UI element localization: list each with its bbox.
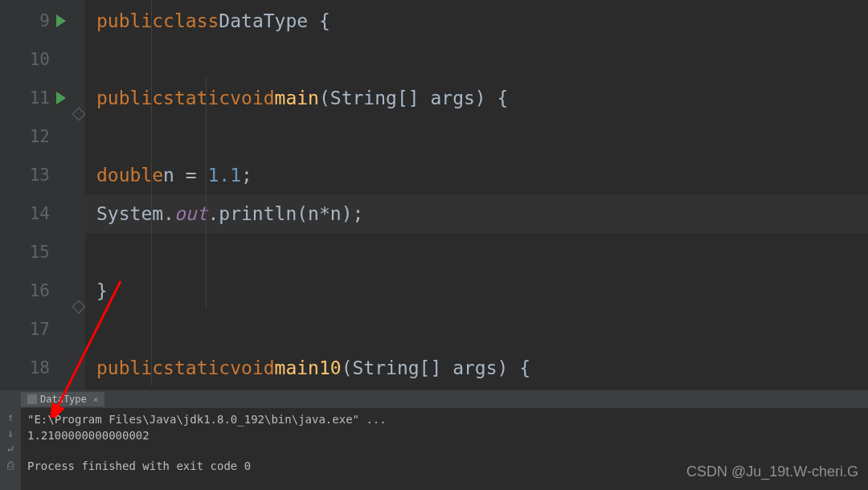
console-toolbar: ↑ ↓ ⤶ ⎙ [0, 408, 21, 490]
wrap-icon[interactable]: ⤶ [5, 443, 16, 455]
fold-marker-icon[interactable] [72, 300, 86, 314]
code-line-current[interactable]: System.out.println(n*n); [85, 194, 868, 233]
code-line[interactable]: } [85, 272, 868, 310]
gutter: 9 10 11 12 13 14 15 16 17 18 [0, 0, 72, 390]
line-number: 17 [30, 320, 50, 339]
line-number: 15 [30, 243, 50, 262]
code-line[interactable] [85, 233, 868, 272]
code-line[interactable] [85, 117, 868, 156]
fold-marker-icon[interactable] [72, 108, 86, 121]
console-command: "E:\Program Files\Java\jdk1.8.0_192\bin\… [27, 411, 387, 427]
code-line[interactable]: public class DataType { [85, 2, 868, 40]
close-icon[interactable]: × [93, 394, 99, 405]
line-number: 10 [30, 50, 50, 69]
code-editor: 9 10 11 12 13 14 15 16 17 18 public clas… [0, 0, 868, 390]
fold-column [72, 0, 85, 390]
run-tab-bar: DataType × [0, 390, 868, 408]
code-line[interactable]: double n = 1.1; [85, 156, 868, 194]
console-result: 1.2100000000000002 [27, 427, 862, 443]
up-arrow-icon[interactable]: ↑ [5, 411, 16, 423]
code-line[interactable]: public static void main(String[] args) { [85, 79, 868, 117]
run-tab[interactable]: DataType × [21, 392, 104, 406]
line-number: 11 [30, 88, 50, 108]
line-number: 14 [30, 204, 50, 223]
code-line[interactable] [85, 40, 868, 79]
line-number: 9 [39, 11, 50, 31]
print-icon[interactable]: ⎙ [5, 459, 16, 471]
line-number: 18 [30, 358, 50, 378]
line-number: 16 [30, 281, 50, 300]
code-line[interactable] [85, 310, 868, 349]
line-number: 12 [30, 127, 50, 146]
code-line[interactable]: public static void main10(String[] args)… [85, 349, 868, 387]
watermark: CSDN @Ju_19t.W-cheri.G [686, 463, 858, 480]
line-number: 13 [30, 165, 50, 185]
run-icon[interactable] [56, 14, 66, 27]
tab-icon [27, 394, 37, 404]
run-icon[interactable] [56, 92, 66, 104]
down-arrow-icon[interactable]: ↓ [5, 427, 16, 439]
run-tab-label: DataType [40, 394, 87, 405]
code-area[interactable]: public class DataType { public static vo… [85, 0, 868, 390]
